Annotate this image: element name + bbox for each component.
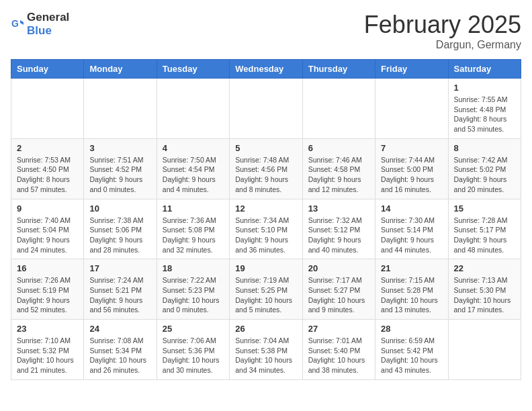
calendar-week-row: 23Sunrise: 7:10 AM Sunset: 5:32 PM Dayli… — [11, 320, 521, 380]
day-info: Sunrise: 7:22 AM Sunset: 5:23 PM Dayligh… — [163, 275, 224, 315]
calendar-cell — [157, 79, 229, 139]
day-number: 8 — [454, 143, 515, 153]
day-info: Sunrise: 7:26 AM Sunset: 5:19 PM Dayligh… — [17, 275, 78, 315]
page-header: G General Blue February 2025 Dargun, Ger… — [11, 11, 521, 51]
column-header-wednesday: Wednesday — [230, 60, 302, 79]
column-header-friday: Friday — [375, 60, 448, 79]
day-info: Sunrise: 7:01 AM Sunset: 5:40 PM Dayligh… — [308, 336, 369, 375]
calendar-cell: 7Sunrise: 7:44 AM Sunset: 5:00 PM Daylig… — [375, 138, 448, 199]
day-number: 22 — [454, 263, 515, 273]
calendar-week-row: 1Sunrise: 7:55 AM Sunset: 4:48 PM Daylig… — [11, 79, 521, 139]
day-info: Sunrise: 7:55 AM Sunset: 4:48 PM Dayligh… — [454, 95, 515, 134]
day-info: Sunrise: 7:40 AM Sunset: 5:04 PM Dayligh… — [17, 216, 78, 255]
calendar-week-row: 16Sunrise: 7:26 AM Sunset: 5:19 PM Dayli… — [11, 259, 521, 320]
column-header-saturday: Saturday — [448, 60, 521, 79]
column-header-tuesday: Tuesday — [157, 60, 229, 79]
logo: G General Blue — [11, 11, 69, 38]
calendar-cell — [375, 79, 448, 139]
calendar-week-row: 2Sunrise: 7:53 AM Sunset: 4:50 PM Daylig… — [11, 138, 521, 199]
day-info: Sunrise: 7:28 AM Sunset: 5:17 PM Dayligh… — [454, 216, 515, 255]
logo-icon: G — [11, 17, 24, 31]
day-info: Sunrise: 6:59 AM Sunset: 5:42 PM Dayligh… — [381, 336, 442, 375]
day-number: 9 — [17, 203, 78, 214]
calendar-cell: 10Sunrise: 7:38 AM Sunset: 5:06 PM Dayli… — [84, 199, 157, 259]
day-info: Sunrise: 7:15 AM Sunset: 5:28 PM Dayligh… — [381, 275, 442, 315]
day-number: 23 — [17, 324, 78, 334]
day-number: 4 — [163, 143, 224, 153]
calendar-week-row: 9Sunrise: 7:40 AM Sunset: 5:04 PM Daylig… — [11, 199, 521, 259]
day-number: 27 — [308, 324, 369, 334]
column-header-thursday: Thursday — [302, 60, 375, 79]
day-info: Sunrise: 7:48 AM Sunset: 4:56 PM Dayligh… — [235, 155, 296, 195]
day-info: Sunrise: 7:51 AM Sunset: 4:52 PM Dayligh… — [89, 155, 150, 195]
calendar-cell: 28Sunrise: 6:59 AM Sunset: 5:42 PM Dayli… — [375, 320, 448, 380]
calendar-cell: 26Sunrise: 7:04 AM Sunset: 5:38 PM Dayli… — [230, 320, 302, 380]
calendar-cell — [302, 79, 375, 139]
day-number: 21 — [381, 263, 442, 273]
svg-text:G: G — [11, 18, 19, 29]
day-info: Sunrise: 7:10 AM Sunset: 5:32 PM Dayligh… — [17, 336, 78, 375]
calendar-cell: 18Sunrise: 7:22 AM Sunset: 5:23 PM Dayli… — [157, 259, 229, 320]
location-subtitle: Dargun, Germany — [364, 39, 521, 51]
day-number: 2 — [17, 143, 78, 153]
calendar-cell: 15Sunrise: 7:28 AM Sunset: 5:17 PM Dayli… — [448, 199, 521, 259]
calendar-cell: 5Sunrise: 7:48 AM Sunset: 4:56 PM Daylig… — [230, 138, 302, 199]
calendar-cell: 11Sunrise: 7:36 AM Sunset: 5:08 PM Dayli… — [157, 199, 229, 259]
day-info: Sunrise: 7:44 AM Sunset: 5:00 PM Dayligh… — [381, 155, 442, 195]
calendar-cell: 13Sunrise: 7:32 AM Sunset: 5:12 PM Dayli… — [302, 199, 375, 259]
day-info: Sunrise: 7:36 AM Sunset: 5:08 PM Dayligh… — [163, 216, 224, 255]
day-info: Sunrise: 7:32 AM Sunset: 5:12 PM Dayligh… — [308, 216, 369, 255]
calendar-cell: 4Sunrise: 7:50 AM Sunset: 4:54 PM Daylig… — [157, 138, 229, 199]
calendar-header-row: SundayMondayTuesdayWednesdayThursdayFrid… — [11, 60, 521, 79]
calendar-cell: 9Sunrise: 7:40 AM Sunset: 5:04 PM Daylig… — [11, 199, 84, 259]
logo-text: General Blue — [27, 11, 69, 38]
calendar-cell: 2Sunrise: 7:53 AM Sunset: 4:50 PM Daylig… — [11, 138, 84, 199]
day-info: Sunrise: 7:24 AM Sunset: 5:21 PM Dayligh… — [89, 275, 150, 315]
calendar-cell: 8Sunrise: 7:42 AM Sunset: 5:02 PM Daylig… — [448, 138, 521, 199]
calendar-cell — [230, 79, 302, 139]
day-number: 17 — [89, 263, 150, 273]
day-info: Sunrise: 7:53 AM Sunset: 4:50 PM Dayligh… — [17, 155, 78, 195]
calendar-cell: 1Sunrise: 7:55 AM Sunset: 4:48 PM Daylig… — [448, 79, 521, 139]
column-header-sunday: Sunday — [11, 60, 84, 79]
calendar-cell: 27Sunrise: 7:01 AM Sunset: 5:40 PM Dayli… — [302, 320, 375, 380]
day-info: Sunrise: 7:19 AM Sunset: 5:25 PM Dayligh… — [235, 275, 296, 315]
day-info: Sunrise: 7:50 AM Sunset: 4:54 PM Dayligh… — [163, 155, 224, 195]
calendar-cell — [11, 79, 84, 139]
day-info: Sunrise: 7:42 AM Sunset: 5:02 PM Dayligh… — [454, 155, 515, 195]
day-number: 18 — [163, 263, 224, 273]
day-number: 19 — [235, 263, 296, 273]
calendar-cell: 12Sunrise: 7:34 AM Sunset: 5:10 PM Dayli… — [230, 199, 302, 259]
day-number: 3 — [89, 143, 150, 153]
day-info: Sunrise: 7:04 AM Sunset: 5:38 PM Dayligh… — [235, 336, 296, 375]
day-number: 5 — [235, 143, 296, 153]
day-number: 12 — [235, 203, 296, 214]
day-number: 16 — [17, 263, 78, 273]
calendar-cell: 14Sunrise: 7:30 AM Sunset: 5:14 PM Dayli… — [375, 199, 448, 259]
logo-blue: Blue — [27, 24, 52, 37]
day-info: Sunrise: 7:13 AM Sunset: 5:30 PM Dayligh… — [454, 275, 515, 315]
day-number: 26 — [235, 324, 296, 334]
day-number: 1 — [454, 83, 515, 93]
day-number: 24 — [89, 324, 150, 334]
calendar-cell — [84, 79, 157, 139]
day-number: 11 — [163, 203, 224, 214]
column-header-monday: Monday — [84, 60, 157, 79]
calendar-table: SundayMondayTuesdayWednesdayThursdayFrid… — [11, 59, 521, 380]
calendar-cell: 20Sunrise: 7:17 AM Sunset: 5:27 PM Dayli… — [302, 259, 375, 320]
day-number: 7 — [381, 143, 442, 153]
day-number: 25 — [163, 324, 224, 334]
day-info: Sunrise: 7:38 AM Sunset: 5:06 PM Dayligh… — [89, 216, 150, 255]
calendar-cell: 23Sunrise: 7:10 AM Sunset: 5:32 PM Dayli… — [11, 320, 84, 380]
day-info: Sunrise: 7:46 AM Sunset: 4:58 PM Dayligh… — [308, 155, 369, 195]
day-number: 14 — [381, 203, 442, 214]
day-number: 10 — [89, 203, 150, 214]
calendar-cell: 16Sunrise: 7:26 AM Sunset: 5:19 PM Dayli… — [11, 259, 84, 320]
calendar-cell — [448, 320, 521, 380]
day-number: 6 — [308, 143, 369, 153]
calendar-cell: 19Sunrise: 7:19 AM Sunset: 5:25 PM Dayli… — [230, 259, 302, 320]
day-number: 28 — [381, 324, 442, 334]
calendar-cell: 21Sunrise: 7:15 AM Sunset: 5:28 PM Dayli… — [375, 259, 448, 320]
calendar-cell: 3Sunrise: 7:51 AM Sunset: 4:52 PM Daylig… — [84, 138, 157, 199]
calendar-cell: 22Sunrise: 7:13 AM Sunset: 5:30 PM Dayli… — [448, 259, 521, 320]
